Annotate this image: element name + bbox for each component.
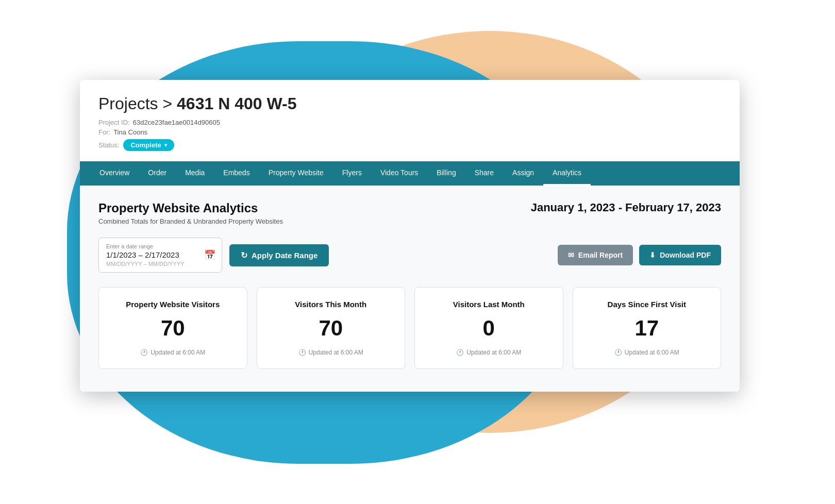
email-report-button[interactable]: ✉ Email Report xyxy=(558,245,633,265)
analytics-title: Property Website Analytics xyxy=(98,201,283,215)
status-label: Status: xyxy=(98,141,119,149)
nav-item-share[interactable]: Share xyxy=(465,161,503,186)
date-range-input[interactable]: Enter a date range 1/1/2023 – 2/17/2023 … xyxy=(98,238,222,273)
stat-value-0: 70 xyxy=(109,316,237,341)
stat-updated-2: 🕐 Updated at 6:00 AM xyxy=(425,349,553,356)
nav-item-billing[interactable]: Billing xyxy=(427,161,465,186)
stat-card: Visitors Last Month 0 🕐 Updated at 6:00 … xyxy=(414,287,563,369)
stat-value-1: 70 xyxy=(268,316,395,341)
nav-item-order[interactable]: Order xyxy=(139,161,176,186)
stat-updated-3: 🕐 Updated at 6:00 AM xyxy=(583,349,711,356)
date-controls-row: Enter a date range 1/1/2023 – 2/17/2023 … xyxy=(98,238,721,273)
breadcrumb-project-name: 4631 N 400 W-5 xyxy=(177,94,296,113)
stat-updated-1: 🕐 Updated at 6:00 AM xyxy=(268,349,395,356)
nav-item-embeds[interactable]: Embeds xyxy=(214,161,259,186)
stats-grid: Property Website Visitors 70 🕐 Updated a… xyxy=(98,287,721,369)
download-button-label: Download PDF xyxy=(660,251,711,259)
stat-card: Property Website Visitors 70 🕐 Updated a… xyxy=(98,287,247,369)
apply-date-range-button[interactable]: ↻ Apply Date Range xyxy=(229,244,329,266)
email-button-label: Email Report xyxy=(578,251,623,259)
content-area: Property Website Analytics Combined Tota… xyxy=(80,186,740,392)
main-card: Projects > 4631 N 400 W-5 Project ID: 63… xyxy=(80,80,740,392)
project-for-row: For: Tina Coons xyxy=(98,128,721,136)
stat-title-2: Visitors Last Month xyxy=(425,300,553,309)
nav-item-media[interactable]: Media xyxy=(176,161,214,186)
project-for-label: For: xyxy=(98,128,110,136)
nav-item-analytics[interactable]: Analytics xyxy=(543,161,591,186)
date-input-placeholder: MM/DD/YYYY – MM/DD/YYYY xyxy=(106,261,199,267)
clock-icon: 🕐 xyxy=(614,349,622,356)
date-range-display: January 1, 2023 - February 17, 2023 xyxy=(531,201,721,214)
project-id-row: Project ID: 63d2ce23fae1ae0014d90605 xyxy=(98,119,721,126)
refresh-icon: ↻ xyxy=(241,250,247,260)
analytics-subtitle: Combined Totals for Branded & Unbranded … xyxy=(98,217,283,225)
stat-value-3: 17 xyxy=(583,316,711,341)
project-id-label: Project ID: xyxy=(98,119,130,126)
clock-icon: 🕐 xyxy=(140,349,148,356)
breadcrumb-projects[interactable]: Projects xyxy=(98,94,158,113)
stat-card: Days Since First Visit 17 🕐 Updated at 6… xyxy=(573,287,722,369)
download-pdf-button[interactable]: ⬇ Download PDF xyxy=(639,245,721,265)
stat-title-3: Days Since First Visit xyxy=(583,300,711,309)
breadcrumb-separator: > xyxy=(162,94,172,113)
calendar-icon: 📅 xyxy=(204,249,215,261)
nav-bar: Overview Order Media Embeds Property Web… xyxy=(80,161,740,186)
chevron-down-icon: ▾ xyxy=(164,142,167,148)
nav-item-overview[interactable]: Overview xyxy=(90,161,139,186)
nav-item-assign[interactable]: Assign xyxy=(503,161,543,186)
analytics-title-block: Property Website Analytics Combined Tota… xyxy=(98,201,283,225)
status-row: Status: Complete ▾ xyxy=(98,139,721,151)
nav-item-video-tours[interactable]: Video Tours xyxy=(371,161,427,186)
stat-value-2: 0 xyxy=(425,316,553,341)
project-for-value: Tina Coons xyxy=(113,128,147,136)
card-header: Projects > 4631 N 400 W-5 Project ID: 63… xyxy=(80,80,740,161)
email-icon: ✉ xyxy=(568,251,574,259)
stat-card: Visitors This Month 70 🕐 Updated at 6:00… xyxy=(257,287,406,369)
analytics-header-row: Property Website Analytics Combined Tota… xyxy=(98,201,721,225)
clock-icon: 🕐 xyxy=(456,349,464,356)
date-input-value: 1/1/2023 – 2/17/2023 xyxy=(106,250,179,259)
clock-icon: 🕐 xyxy=(298,349,306,356)
breadcrumb-title: Projects > 4631 N 400 W-5 xyxy=(98,94,721,113)
status-badge[interactable]: Complete ▾ xyxy=(123,139,174,151)
project-id-value: 63d2ce23fae1ae0014d90605 xyxy=(133,119,220,126)
nav-item-property-website[interactable]: Property Website xyxy=(259,161,333,186)
nav-item-flyers[interactable]: Flyers xyxy=(333,161,371,186)
apply-button-label: Apply Date Range xyxy=(252,251,318,260)
stat-title-0: Property Website Visitors xyxy=(109,300,237,309)
download-icon: ⬇ xyxy=(649,251,656,259)
action-buttons: ✉ Email Report ⬇ Download PDF xyxy=(558,245,721,265)
stat-updated-0: 🕐 Updated at 6:00 AM xyxy=(109,349,237,356)
date-input-label: Enter a date range xyxy=(106,243,199,249)
stat-title-1: Visitors This Month xyxy=(268,300,395,309)
status-value: Complete xyxy=(130,141,161,149)
